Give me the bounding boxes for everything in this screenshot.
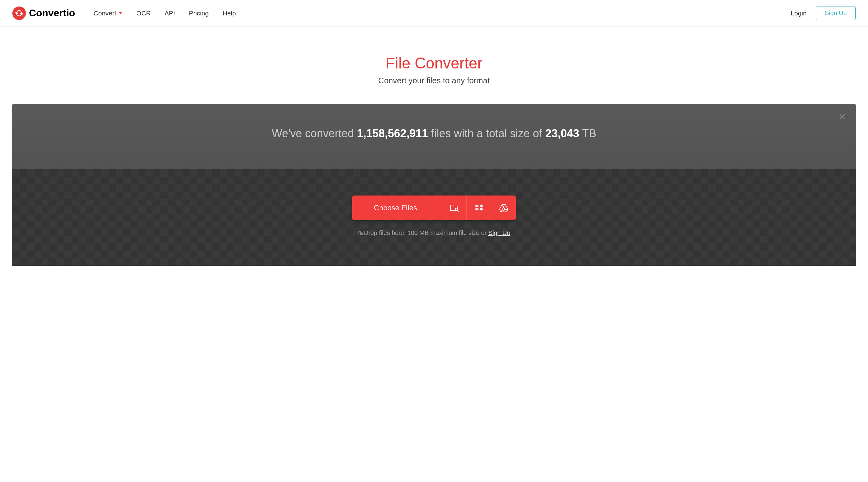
svg-point-0	[455, 208, 458, 211]
signup-button[interactable]: Sign Up	[816, 6, 856, 20]
signup-link-inline[interactable]: Sign Up	[488, 229, 510, 236]
close-icon[interactable]	[838, 113, 846, 120]
auth-section: Login Sign Up	[790, 6, 856, 20]
choose-files-label: Choose Files	[352, 203, 442, 212]
convertio-logo-icon	[12, 6, 26, 20]
upload-area[interactable]: Choose Files	[12, 169, 856, 266]
converter-panel: We've converted 1,158,562,911 files with…	[12, 104, 856, 266]
main-nav: Convert OCR API Pricing Help	[93, 9, 790, 17]
stats-banner: We've converted 1,158,562,911 files with…	[12, 104, 856, 169]
nav-api[interactable]: API	[165, 9, 175, 17]
hero-section: File Converter Convert your files to any…	[0, 27, 868, 104]
browse-files-button[interactable]	[442, 195, 466, 220]
page-title: File Converter	[6, 54, 862, 72]
stats-files-count: 1,158,562,911	[357, 127, 428, 140]
page-subtitle: Convert your files to any format	[6, 76, 862, 86]
chevron-down-icon	[119, 12, 122, 14]
drop-hint-text: Drop files here. 100 MB maximum file siz…	[364, 229, 488, 236]
google-drive-icon	[499, 204, 508, 212]
stats-size-unit: TB	[579, 127, 596, 140]
nav-convert[interactable]: Convert	[93, 9, 122, 17]
stats-prefix: We've converted	[272, 127, 357, 140]
upload-icon-group	[442, 195, 516, 220]
header: Convertio Convert OCR API Pricing Help L…	[0, 0, 868, 27]
google-drive-button[interactable]	[491, 195, 516, 220]
folder-search-icon	[450, 204, 459, 212]
logo[interactable]: Convertio	[12, 6, 75, 20]
stats-text: We've converted 1,158,562,911 files with…	[25, 127, 843, 140]
drop-hint: Drop files here. 100 MB maximum file siz…	[25, 229, 843, 236]
nav-pricing[interactable]: Pricing	[189, 9, 209, 17]
nav-ocr[interactable]: OCR	[136, 9, 151, 17]
choose-files-button[interactable]: Choose Files	[352, 195, 516, 220]
stats-middle: files with a total size of	[428, 127, 545, 140]
dropbox-icon	[474, 204, 484, 212]
login-link[interactable]: Login	[790, 9, 806, 17]
svg-line-1	[458, 210, 459, 212]
nav-convert-label: Convert	[93, 9, 116, 17]
stats-size: 23,043	[545, 127, 579, 140]
lock-icon	[358, 231, 362, 235]
dropbox-button[interactable]	[466, 195, 491, 220]
logo-text: Convertio	[29, 7, 75, 19]
nav-help[interactable]: Help	[223, 9, 236, 17]
